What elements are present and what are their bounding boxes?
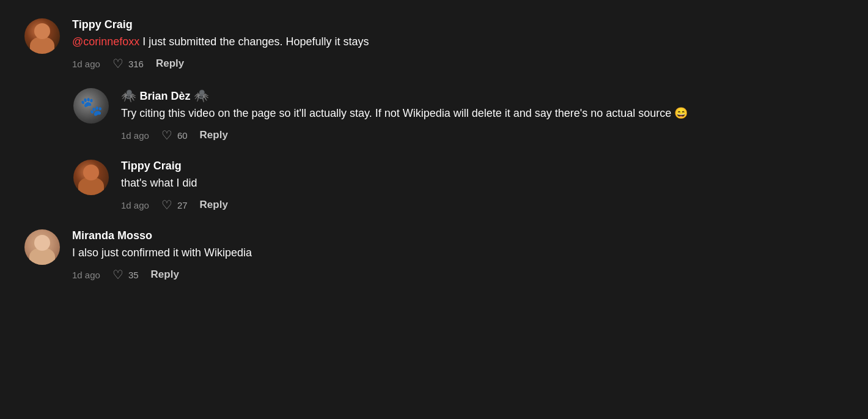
reply-button[interactable]: Reply — [156, 57, 184, 70]
like-button[interactable]: ♡ 60 — [161, 128, 188, 143]
comment-item: Tippy Craig @corinnefoxx I just submitte… — [24, 18, 697, 71]
reply-button[interactable]: Reply — [151, 269, 179, 281]
username: 🕷️ Brian Dèz 🕷️ — [121, 88, 697, 103]
comment-text: that's what I did — [121, 175, 697, 191]
reply-button[interactable]: Reply — [200, 199, 228, 211]
comment-item: 🐾 🕷️ Brian Dèz 🕷️ Try citing this video … — [73, 88, 697, 143]
reply-button[interactable]: Reply — [200, 129, 228, 141]
like-count: 60 — [177, 130, 188, 141]
username: Tippy Craig — [121, 160, 697, 172]
mention[interactable]: @corinnefoxx — [72, 35, 139, 48]
comment-meta: 1d ago ♡ 60 Reply — [121, 128, 697, 143]
heart-icon: ♡ — [161, 198, 172, 212]
comment-text: @corinnefoxx I just submitted the change… — [72, 34, 697, 50]
spider-suffix-icon: 🕷️ — [191, 89, 210, 102]
like-button[interactable]: ♡ 316 — [112, 56, 144, 71]
comment-time: 1d ago — [121, 200, 149, 210]
like-button[interactable]: ♡ 27 — [161, 198, 188, 212]
comments-section: Tippy Craig @corinnefoxx I just submitte… — [24, 12, 697, 282]
comment-text: I also just confirmed it with Wikipedia — [72, 245, 697, 261]
like-count: 316 — [128, 59, 144, 69]
like-count: 35 — [128, 270, 139, 280]
comment-meta: 1d ago ♡ 316 Reply — [72, 56, 697, 71]
like-button[interactable]: ♡ 35 — [112, 267, 139, 282]
avatar — [24, 229, 60, 265]
comment-body: 🕷️ Brian Dèz 🕷️ Try citing this video on… — [121, 88, 697, 143]
comment-body: Tippy Craig that's what I did 1d ago ♡ 2… — [121, 160, 697, 212]
comment-meta: 1d ago ♡ 35 Reply — [72, 267, 697, 282]
like-count: 27 — [177, 200, 188, 210]
comment-time: 1d ago — [121, 130, 149, 141]
avatar — [73, 160, 109, 195]
avatar — [24, 18, 60, 54]
comment-item: Tippy Craig that's what I did 1d ago ♡ 2… — [73, 160, 697, 212]
comment-meta: 1d ago ♡ 27 Reply — [121, 198, 697, 212]
comment-text: Try citing this video on the page so it'… — [121, 105, 697, 122]
heart-icon: ♡ — [112, 267, 123, 282]
comment-body: Miranda Mosso I also just confirmed it w… — [72, 229, 697, 282]
username: Tippy Craig — [72, 18, 697, 31]
spider-prefix-icon: 🕷️ — [121, 89, 140, 102]
heart-icon: ♡ — [112, 56, 123, 71]
comment-time: 1d ago — [72, 59, 100, 69]
comment-item: Miranda Mosso I also just confirmed it w… — [24, 229, 697, 282]
avatar: 🐾 — [73, 88, 109, 124]
heart-icon: ♡ — [161, 128, 172, 143]
comment-time: 1d ago — [72, 270, 100, 280]
username: Miranda Mosso — [72, 229, 697, 242]
comment-body: Tippy Craig @corinnefoxx I just submitte… — [72, 18, 697, 71]
